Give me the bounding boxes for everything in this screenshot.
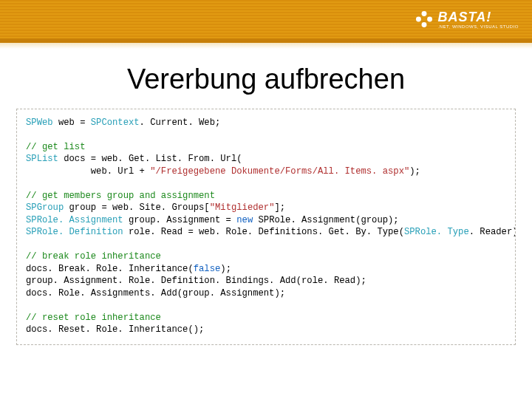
code-token: web = <box>53 117 91 128</box>
brand-logo: BASTA! .NET, WINDOWS, VISUAL STUDIO <box>415 10 519 29</box>
logo-main-text: BASTA! <box>438 10 519 24</box>
code-block: SPWeb web = SPContext. Current. Web; // … <box>16 109 516 345</box>
flower-icon <box>415 10 434 29</box>
code-comment: // get members group and assignment <box>26 191 215 201</box>
code-token: docs. Reset. Role. Inheritance(); <box>26 324 204 335</box>
code-token: docs = web. Get. List. From. Url( <box>58 154 242 164</box>
code-token: SPList <box>26 154 58 164</box>
code-token: SPRole. Assignment <box>26 215 123 225</box>
code-keyword: new <box>236 215 253 225</box>
code-token: . Current. Web; <box>140 117 221 128</box>
code-string: "Mitglieder" <box>210 202 275 213</box>
code-token: SPRole. Assignment(group); <box>253 215 398 225</box>
code-token: group. Assignment. Role. Definition. Bin… <box>26 276 366 286</box>
code-comment: // break role inheritance <box>26 251 161 262</box>
code-token: SPRole. Type <box>404 227 469 237</box>
code-token: SPGroup <box>26 202 64 213</box>
code-token: docs. Role. Assignments. Add(group. Assi… <box>26 288 285 299</box>
code-token: web. Url + <box>26 166 150 177</box>
code-token: docs. Break. Role. Inheritance( <box>26 264 194 274</box>
code-token: . Reader); <box>469 227 516 237</box>
slide-header: BASTA! .NET, WINDOWS, VISUAL STUDIO <box>0 0 532 43</box>
svg-point-3 <box>427 17 432 22</box>
code-keyword: false <box>194 264 221 274</box>
code-token: role. Read = web. Role. Definitions. Get… <box>123 227 404 237</box>
code-comment: // get list <box>26 142 85 152</box>
svg-point-2 <box>415 17 420 22</box>
code-comment: // reset role inheritance <box>26 313 161 323</box>
slide-title: Vererbung aufbrechen <box>0 64 532 95</box>
code-token: ); <box>220 264 231 274</box>
code-token: ]; <box>274 202 285 213</box>
svg-point-1 <box>421 22 426 27</box>
logo-sub-text: .NET, WINDOWS, VISUAL STUDIO <box>438 24 519 29</box>
code-token: SPContext <box>91 117 140 128</box>
code-token: SPWeb <box>26 117 53 128</box>
code-token: group. Assignment = <box>123 215 237 225</box>
code-string: "/Freigegebene Dokumente/Forms/All. Item… <box>150 166 409 177</box>
svg-point-0 <box>421 11 426 16</box>
code-token: ); <box>409 166 420 177</box>
code-token: SPRole. Definition <box>26 227 123 237</box>
code-token: group = web. Site. Groups[ <box>64 202 209 213</box>
svg-point-4 <box>422 18 426 21</box>
